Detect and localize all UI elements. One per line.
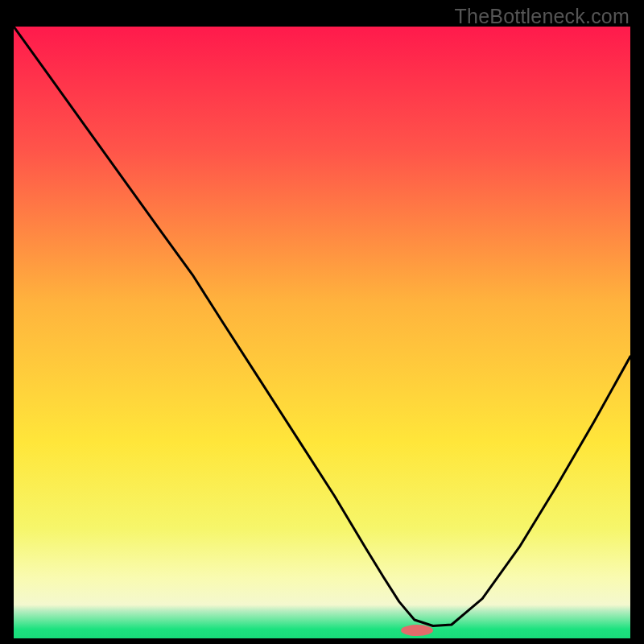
watermark-text: TheBottleneck.com xyxy=(455,5,630,28)
chart-container: TheBottleneck.com xyxy=(0,0,644,644)
plot-svg xyxy=(14,27,630,638)
gradient-background xyxy=(14,27,630,638)
plot-area xyxy=(14,27,630,638)
optimum-marker xyxy=(401,625,433,636)
